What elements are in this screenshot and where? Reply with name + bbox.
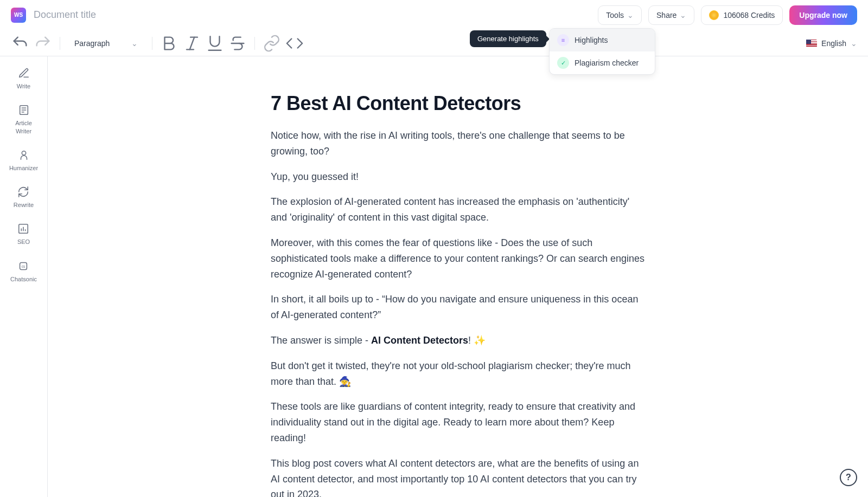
document-heading: 7 Best AI Content Detectors — [271, 92, 645, 115]
article-icon — [18, 104, 30, 116]
language-select[interactable]: English ⌄ — [806, 39, 857, 48]
dropdown-item-label: Highlights — [575, 36, 608, 44]
document-title-input[interactable]: Document title — [34, 9, 598, 21]
code-button[interactable] — [285, 34, 304, 53]
divider — [60, 37, 60, 50]
chevron-down-icon: ⌄ — [627, 11, 634, 20]
coin-icon — [709, 10, 719, 20]
sidebar-item-rewrite[interactable]: Rewrite — [14, 186, 34, 209]
tools-dropdown: ≡ Highlights ✓ Plagiarism checker — [549, 28, 655, 75]
flag-icon — [806, 40, 817, 47]
sidebar-item-humanizer[interactable]: Humanizer — [9, 149, 38, 172]
document-content[interactable]: 7 Best AI Content Detectors Notice how, … — [271, 92, 645, 497]
chevron-down-icon: ⌄ — [680, 11, 686, 20]
paragraph: Yup, you guessed it! — [271, 169, 645, 185]
svg-point-9 — [22, 151, 25, 155]
sidebar-item-label: SEO — [17, 238, 30, 246]
svg-text:cs: cs — [22, 264, 25, 268]
tools-label: Tools — [606, 11, 624, 20]
credits-label: 106068 Credits — [723, 11, 775, 20]
redo-button[interactable] — [34, 34, 52, 53]
check-icon: ✓ — [557, 57, 569, 69]
seo-icon — [17, 223, 29, 235]
chatsonic-icon: cs — [17, 260, 29, 272]
highlights-icon: ≡ — [557, 34, 569, 46]
paragraph: This blog post covers what AI content de… — [271, 456, 645, 497]
divider — [152, 37, 152, 50]
block-type-select[interactable]: Paragraph ⌄ — [68, 34, 144, 53]
language-label: English — [821, 39, 846, 48]
chevron-down-icon: ⌄ — [851, 39, 857, 48]
upgrade-button[interactable]: Upgrade now — [789, 5, 857, 25]
sidebar-item-article-writer[interactable]: Article Writer — [15, 104, 32, 135]
rewrite-icon — [17, 186, 29, 198]
share-button[interactable]: Share ⌄ — [648, 5, 694, 25]
sidebar-item-write[interactable]: Write — [17, 67, 30, 90]
italic-button[interactable] — [183, 34, 201, 53]
dropdown-item-highlights[interactable]: ≡ Highlights — [550, 29, 655, 51]
paragraph: The explosion of AI-generated content ha… — [271, 194, 645, 225]
paragraph: The answer is simple - AI Content Detect… — [271, 333, 645, 348]
sidebar-item-chatsonic[interactable]: cs Chatsonic — [10, 260, 37, 283]
share-label: Share — [656, 11, 676, 20]
dropdown-item-label: Plagiarism checker — [575, 59, 639, 67]
credits-button[interactable]: 106068 Credits — [701, 5, 783, 25]
paragraph: Moreover, with this comes the fear of qu… — [271, 235, 645, 282]
link-button[interactable] — [263, 34, 281, 53]
sidebar-item-seo[interactable]: SEO — [17, 223, 30, 246]
paragraph: Notice how, with the rise in AI writing … — [271, 128, 645, 159]
sidebar-item-label: Rewrite — [14, 201, 34, 209]
dropdown-item-plagiarism[interactable]: ✓ Plagiarism checker — [550, 51, 655, 74]
sidebar-item-label: Article Writer — [15, 119, 32, 135]
generate-highlights-tooltip: Generate highlights — [470, 30, 546, 47]
sidebar-item-label: Write — [17, 82, 30, 90]
write-icon — [18, 67, 30, 79]
logo[interactable]: WS — [11, 8, 26, 23]
tools-button[interactable]: Tools ⌄ — [598, 5, 642, 25]
paragraph: In short, it all boils up to - “How do y… — [271, 292, 645, 323]
divider — [254, 37, 255, 50]
paragraph: These tools are like guardians of conten… — [271, 399, 645, 446]
humanizer-icon — [18, 149, 30, 161]
sidebar-item-label: Chatsonic — [10, 275, 37, 283]
chevron-down-icon: ⌄ — [131, 39, 138, 48]
undo-button[interactable] — [11, 34, 29, 53]
paragraph: But don't get it twisted, they're not yo… — [271, 358, 645, 390]
block-type-label: Paragraph — [74, 39, 110, 48]
strikethrough-button[interactable] — [228, 34, 247, 53]
underline-button[interactable] — [206, 34, 224, 53]
sidebar-item-label: Humanizer — [9, 164, 38, 172]
help-button[interactable]: ? — [840, 469, 857, 486]
bold-button[interactable] — [160, 34, 178, 53]
svg-line-2 — [190, 37, 195, 49]
